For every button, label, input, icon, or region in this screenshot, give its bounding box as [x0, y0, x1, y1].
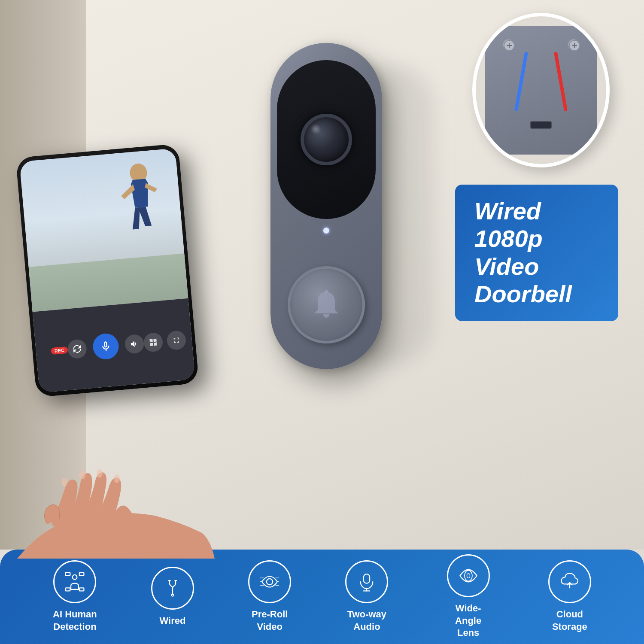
child-figure	[99, 158, 175, 249]
screw-left	[502, 39, 514, 51]
two-way-audio-label: Two-way Audio	[347, 608, 386, 633]
cloud-storage-label: Cloud Storage	[552, 608, 587, 633]
screw-left-icon	[503, 39, 515, 52]
pre-roll-icon-circle	[248, 560, 291, 603]
feature-wired: Wired	[151, 567, 194, 627]
expand-button[interactable]	[166, 330, 187, 350]
ai-human-icon-circle	[53, 560, 96, 603]
wired-icon	[162, 577, 183, 599]
hand-illustration	[17, 447, 215, 560]
svg-point-22	[267, 579, 273, 585]
svg-point-20	[73, 575, 77, 580]
feature-two-way-audio: Two-way Audio	[345, 560, 388, 633]
product-title-banner: Wired 1080p Video Doorbell	[455, 185, 618, 321]
title-line1: Wired 1080p	[474, 197, 543, 252]
doorbell-body	[270, 43, 382, 369]
feature-bar: AI Human Detection Wired	[0, 550, 644, 644]
video-scan-icon	[259, 571, 280, 592]
main-container: REC	[0, 0, 644, 644]
screw-right-icon	[568, 39, 580, 52]
wide-angle-icon-circle	[447, 554, 490, 597]
bell-icon	[309, 288, 343, 322]
two-way-audio-icon-circle	[345, 560, 388, 603]
svg-rect-4	[150, 343, 153, 346]
svg-rect-17	[79, 573, 84, 576]
pre-roll-label: Pre-Roll Video	[252, 608, 288, 633]
svg-point-6	[61, 478, 67, 486]
bell-button[interactable]	[288, 266, 365, 343]
svg-point-27	[467, 574, 470, 578]
mic-button[interactable]	[92, 332, 120, 360]
feature-cloud-storage: Cloud Storage	[548, 560, 591, 633]
person-scan-icon	[64, 571, 85, 592]
wired-label: Wired	[160, 615, 186, 627]
svg-rect-3	[153, 338, 157, 342]
svg-rect-18	[66, 588, 70, 591]
rotate-button[interactable]	[67, 338, 88, 359]
svg-rect-0	[325, 290, 328, 293]
camera-lens	[301, 114, 352, 165]
wired-back-detail	[472, 13, 610, 167]
svg-rect-2	[150, 339, 153, 342]
cloud-storage-icon-circle	[548, 560, 591, 603]
phone-body: REC	[15, 144, 199, 398]
wire-blue	[514, 52, 528, 111]
screw-right	[568, 39, 580, 51]
volume-button[interactable]	[125, 334, 145, 354]
svg-point-8	[97, 469, 103, 478]
wide-angle-label: Wide-Angle Lens	[443, 602, 494, 639]
svg-rect-16	[66, 573, 70, 576]
wired-icon-circle	[151, 567, 194, 610]
feature-pre-roll-video: Pre-Roll Video	[248, 560, 291, 633]
svg-rect-19	[79, 588, 84, 591]
usb-port	[530, 121, 552, 129]
grid-button[interactable]	[143, 332, 164, 352]
record-badge: REC	[51, 346, 68, 354]
hand-svg	[17, 447, 215, 559]
phone-scene	[19, 148, 188, 312]
svg-point-9	[114, 474, 120, 483]
svg-rect-5	[154, 342, 157, 346]
microphone-icon	[356, 571, 377, 592]
wide-lens-icon	[458, 565, 479, 586]
svg-point-7	[79, 471, 85, 479]
feature-wide-angle: Wide-Angle Lens	[443, 554, 494, 639]
led-indicator	[323, 228, 329, 234]
feature-ai-human-detection: AI Human Detection	[53, 560, 97, 633]
smartphone: REC	[26, 150, 189, 391]
svg-point-21	[171, 594, 173, 596]
svg-point-26	[465, 571, 472, 581]
ai-human-label: AI Human Detection	[53, 608, 97, 633]
camera-area	[277, 60, 376, 219]
cloud-icon	[559, 571, 580, 592]
wire-red	[554, 52, 568, 111]
title-line2: Video Doorbell	[474, 253, 572, 307]
doorbell-device	[270, 43, 382, 369]
svg-rect-23	[364, 574, 370, 583]
phone-screen: REC	[19, 148, 195, 393]
product-title: Wired 1080p Video Doorbell	[474, 197, 599, 308]
phone-controls: REC	[33, 298, 195, 393]
wired-back-body	[485, 26, 597, 155]
